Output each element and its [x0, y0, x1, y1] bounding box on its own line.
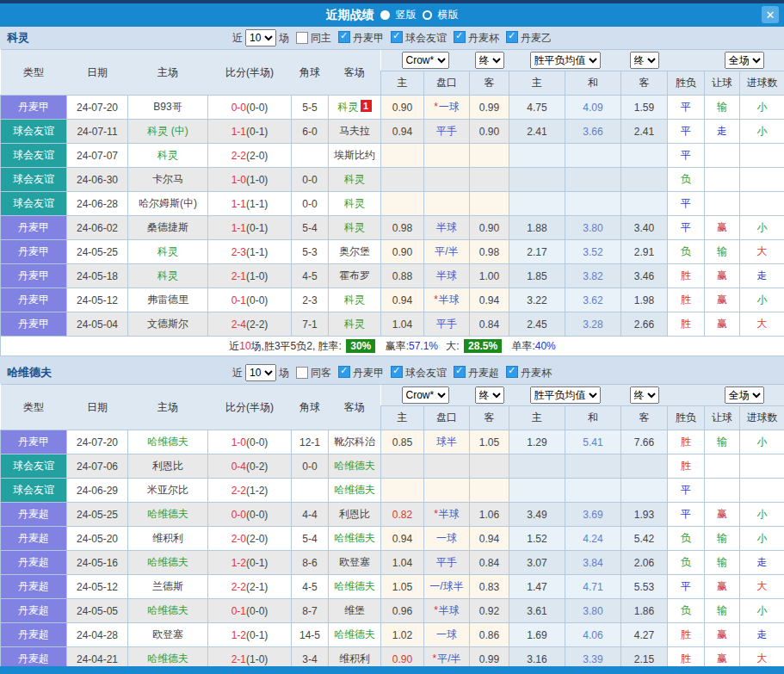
halftime-score: (0-1)	[246, 222, 268, 234]
handicap-result-cell: 赢	[705, 575, 740, 599]
games-count-select[interactable]: 10	[245, 29, 276, 46]
date-cell: 24-05-25	[67, 503, 128, 527]
handicap-star: *	[434, 294, 438, 306]
avg-away-cell: 2.41	[621, 120, 668, 144]
date-cell: 24-06-02	[67, 216, 128, 240]
result-cell: 胜	[668, 312, 705, 337]
vertical-layout-label[interactable]: 竖版	[396, 8, 417, 22]
col-handicap: 盘口	[424, 406, 470, 430]
corner-cell: 5-5	[292, 96, 329, 120]
same-side-checkbox[interactable]	[296, 367, 308, 379]
odds-stage-select[interactable]: 终	[475, 386, 504, 404]
corner-cell: 5-4	[292, 527, 329, 551]
league-checkbox[interactable]	[454, 366, 466, 378]
home-odds-cell	[381, 192, 424, 216]
home-team-cell: 哈维德夫	[128, 503, 208, 527]
league-checkbox[interactable]	[391, 366, 403, 378]
avg-home-cell	[509, 479, 565, 503]
away-team-name: 埃斯比约	[334, 149, 375, 161]
vertical-layout-radio[interactable]	[380, 10, 390, 20]
avg-home-cell: 1.29	[509, 430, 565, 454]
big-rate-badge: 28.5%	[464, 339, 502, 353]
horizontal-layout-label[interactable]: 横版	[438, 8, 459, 22]
fulltime-score: 0-1	[231, 294, 246, 306]
goals-result-cell	[740, 192, 784, 216]
league-filters: 丹麦甲球会友谊丹麦杯丹麦乙	[331, 31, 552, 46]
league-checkbox-label: 丹麦超	[468, 367, 499, 379]
bottom-bar	[0, 666, 784, 674]
rank-badge: 1	[361, 100, 372, 112]
handicap-cell: *半球	[424, 288, 470, 312]
away-odds-cell: 0.90	[470, 216, 509, 240]
home-odds-cell: 1.02	[381, 623, 424, 647]
avg-away-cell: 7.66	[621, 430, 668, 454]
avg-select[interactable]: 胜平负均值	[530, 52, 601, 69]
league-checkbox[interactable]	[454, 31, 466, 43]
handicap-cell: 半球	[424, 216, 470, 240]
away-team-name: 霍布罗	[339, 269, 370, 281]
league-checkbox[interactable]	[391, 31, 403, 43]
horizontal-layout-radio[interactable]	[423, 10, 432, 20]
same-side-checkbox[interactable]	[296, 32, 308, 44]
halftime-score: (1-1)	[246, 246, 268, 258]
scope-select[interactable]: 全场	[725, 386, 764, 404]
away-odds-cell: 0.98	[470, 240, 509, 264]
halftime-score: (0-1)	[246, 557, 268, 569]
fulltime-score: 1-0	[231, 436, 246, 448]
col-date: 日期	[67, 50, 128, 96]
avg-select[interactable]: 胜平负均值	[530, 386, 601, 404]
handicap-star: *	[434, 101, 438, 113]
home-team-cell: 利恩比	[128, 454, 208, 479]
handicap-value: 平手	[436, 125, 457, 137]
avg-stage-select[interactable]: 终	[630, 386, 659, 404]
league-checkbox[interactable]	[338, 366, 350, 378]
bookmaker-select[interactable]: Crow*	[402, 52, 449, 69]
home-team-cell: 科灵	[128, 240, 208, 264]
handicap-cell	[424, 144, 470, 168]
corner-cell: 0-0	[292, 454, 329, 479]
table-row: 丹麦超24-05-12兰德斯2-2(2-1)4-5哈维德夫1.05一/球半0.8…	[1, 575, 784, 599]
bookmaker-select[interactable]: Crow*	[402, 386, 449, 404]
league-filters: 丹麦甲球会友谊丹麦超丹麦杯	[331, 366, 552, 380]
fulltime-score: 1-0	[231, 174, 246, 186]
league-checkbox[interactable]	[506, 366, 518, 378]
away-team-name: 科灵	[344, 294, 365, 306]
handicap-result-cell: 赢	[705, 216, 740, 240]
handicap-value: 平/半	[437, 652, 460, 665]
result-cell: 平	[668, 503, 705, 527]
close-icon[interactable]: ✕	[762, 6, 779, 23]
goals-result-cell: 小	[740, 288, 784, 312]
avg-stage-select[interactable]: 终	[630, 52, 659, 69]
score-cell: 2-2(1-2)	[208, 479, 292, 503]
handicap-result-cell: 赢	[705, 312, 740, 337]
home-team-cell: 科灵	[128, 144, 208, 168]
date-cell: 24-04-28	[67, 623, 128, 647]
games-count-select[interactable]: 10	[245, 364, 276, 381]
away-team-cell: 靴尔科治	[329, 430, 381, 454]
score-cell: 2-2(2-1)	[208, 575, 292, 599]
odds-stage-select[interactable]: 终	[475, 52, 504, 69]
league-checkbox-label: 丹麦乙	[521, 32, 552, 44]
away-team-cell: 科灵	[329, 312, 381, 337]
handicap-star: *	[434, 508, 438, 520]
scope-select[interactable]: 全场	[725, 52, 764, 69]
fulltime-score: 2-1	[231, 270, 246, 282]
away-odds-cell	[470, 454, 509, 479]
away-team-name: 科灵	[344, 221, 365, 233]
home-team-cell: 哈维德夫	[128, 599, 208, 623]
league-checkbox[interactable]	[506, 31, 518, 43]
col-odds-away: 客	[470, 71, 509, 96]
home-odds-cell: 0.94	[381, 527, 424, 551]
avg-draw-cell: 3.62	[565, 288, 621, 312]
col-odds-away: 客	[470, 406, 509, 430]
league-cell: 丹麦超	[1, 575, 67, 599]
home-odds-cell: 0.85	[381, 430, 424, 454]
home-team-cell: 米亚尔比	[128, 479, 208, 503]
handicap-result-cell: 赢	[705, 288, 740, 312]
table-row: 丹麦甲24-05-04文德斯尔2-4(2-2)7-1科灵1.04平手0.842.…	[1, 312, 784, 337]
league-checkbox[interactable]	[338, 31, 350, 43]
avg-home-cell: 4.75	[509, 96, 565, 120]
home-odds-cell: 0.90	[381, 96, 424, 120]
home-odds-cell: 0.96	[381, 599, 424, 623]
handicap-value: 一球	[436, 628, 457, 640]
